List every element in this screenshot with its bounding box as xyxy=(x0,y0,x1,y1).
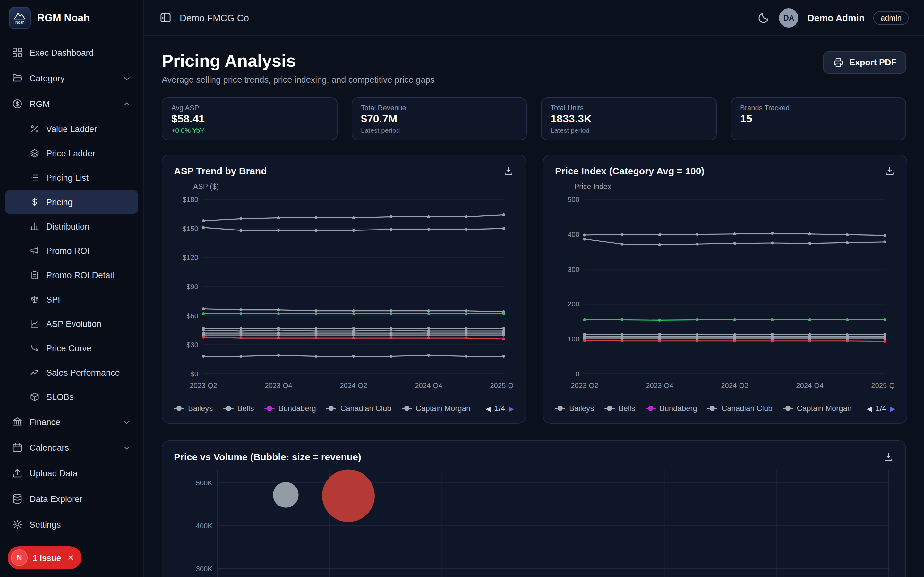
stat-sub: +0.0% YoY xyxy=(171,126,328,134)
legend-item[interactable]: Canadian Club xyxy=(326,404,391,413)
sidebar-item-promo-roi-detail[interactable]: Promo ROI Detail xyxy=(5,263,138,287)
legend-item[interactable]: Baileys xyxy=(174,404,213,413)
sidebar-item-upload-data[interactable]: Upload Data xyxy=(5,460,138,486)
y-axis-title: ASP ($) xyxy=(193,183,514,190)
value-icon xyxy=(29,124,40,134)
legend-label: Bundaberg xyxy=(278,404,316,413)
chart-header: Price vs Volume (Bubble: size = revenue) xyxy=(174,451,894,462)
sidebar-item-category[interactable]: Category xyxy=(5,65,138,91)
legend-item[interactable]: Captain Morgan xyxy=(783,404,852,413)
sidebar-item-value-ladder[interactable]: Value Ladder xyxy=(5,117,138,141)
chart-legend: BaileysBellsBundabergCanadian ClubCaptai… xyxy=(174,404,514,413)
download-icon[interactable] xyxy=(884,165,895,176)
stat-label: Avg ASP xyxy=(171,104,328,111)
legend-item[interactable]: Bundaberg xyxy=(264,404,316,413)
svg-text:2023-Q4: 2023-Q4 xyxy=(265,382,292,390)
svg-text:300K: 300K xyxy=(196,565,213,573)
sidebar-item-label: RGM xyxy=(29,99,50,109)
stat-card-total-units: Total Units 1833.3K Latest period xyxy=(541,97,716,140)
sidebar-item-rgm[interactable]: RGM xyxy=(5,91,138,117)
sidebar-item-label: Promo ROI xyxy=(46,246,89,255)
sidebar-item-asp-evolution[interactable]: ASP Evolution xyxy=(5,311,138,336)
legend-item[interactable]: Bells xyxy=(223,404,254,413)
export-pdf-button[interactable]: Export PDF xyxy=(824,51,906,74)
legend-item[interactable]: Bells xyxy=(604,404,635,413)
sidebar-item-pricing[interactable]: Pricing xyxy=(5,190,138,214)
curve-icon xyxy=(29,343,40,353)
download-icon[interactable] xyxy=(883,451,894,462)
svg-text:2025-Q2: 2025-Q2 xyxy=(490,382,514,390)
theme-toggle-moon-icon[interactable] xyxy=(758,11,771,24)
sidebar-item-spi[interactable]: SPI xyxy=(5,287,138,311)
legend-page-indicator: 1/4 xyxy=(494,404,505,413)
legend-label: Captain Morgan xyxy=(797,404,852,413)
sidebar-item-sales-performance[interactable]: Sales Performance xyxy=(5,360,138,385)
stat-value: 15 xyxy=(740,113,897,126)
trend-up-icon xyxy=(29,367,40,378)
topbar: Demo FMCG Co DA Demo Admin admin xyxy=(144,0,924,36)
svg-text:2023-Q2: 2023-Q2 xyxy=(190,382,217,390)
issue-badge[interactable]: N 1 Issue ✕ xyxy=(8,546,81,569)
sidebar-item-label: Pricing xyxy=(46,197,73,207)
sidebar-item-promo-roi[interactable]: Promo ROI xyxy=(5,239,138,263)
page-content: Pricing Analysis Average selling price t… xyxy=(144,36,924,577)
legend-marker-icon xyxy=(264,406,274,411)
stat-card-brands-tracked: Brands Tracked 15 xyxy=(730,97,906,140)
app-title: RGM Noah xyxy=(37,12,90,24)
grid-icon xyxy=(11,47,23,58)
legend-prev-icon[interactable]: ◀ xyxy=(486,405,491,412)
svg-text:400K: 400K xyxy=(196,522,213,530)
avatar[interactable]: DA xyxy=(779,8,798,27)
sidebar-item-label: Data Explorer xyxy=(29,494,82,504)
legend-next-icon[interactable]: ▶ xyxy=(509,405,514,412)
charts-row: ASP Trend by Brand ASP ($) $0$30$60$90$1… xyxy=(162,155,906,424)
legend-item[interactable]: Baileys xyxy=(555,404,594,413)
svg-text:300: 300 xyxy=(567,266,580,274)
svg-text:500K: 500K xyxy=(196,479,213,487)
legend-label: Baileys xyxy=(569,404,594,413)
legend-items: BaileysBellsBundabergCanadian ClubCaptai… xyxy=(555,404,862,413)
close-icon[interactable]: ✕ xyxy=(67,553,74,562)
sidebar-item-label: SLOBs xyxy=(46,392,74,402)
chart-legend: BaileysBellsBundabergCanadian ClubCaptai… xyxy=(555,404,895,413)
gear-icon xyxy=(11,519,23,530)
svg-text:$0: $0 xyxy=(191,370,198,378)
sidebar-item-data-explorer[interactable]: Data Explorer xyxy=(5,486,138,512)
legend-item[interactable]: Captain Morgan xyxy=(402,404,471,413)
sidebar-item-slobs[interactable]: SLOBs xyxy=(5,385,138,409)
sidebar-item-price-curve[interactable]: Price Curve xyxy=(5,336,138,360)
legend-page-indicator: 1/4 xyxy=(876,404,886,413)
legend-next-icon[interactable]: ▶ xyxy=(890,405,895,412)
page-header: Pricing Analysis Average selling price t… xyxy=(162,51,906,85)
svg-text:2023-Q2: 2023-Q2 xyxy=(571,382,598,390)
sidebar-toggle-icon[interactable] xyxy=(159,11,172,24)
sidebar-item-distribution[interactable]: Distribution xyxy=(5,214,138,239)
svg-text:400: 400 xyxy=(567,230,580,239)
legend-item[interactable]: Bundaberg xyxy=(645,404,697,413)
stat-value: $70.7M xyxy=(361,113,517,126)
sidebar-item-settings[interactable]: Settings xyxy=(5,512,138,537)
download-icon[interactable] xyxy=(503,165,514,176)
stat-label: Total Revenue xyxy=(361,104,517,111)
layers-icon xyxy=(29,148,40,158)
legend-label: Bundaberg xyxy=(659,404,697,413)
sidebar-item-pricing-list[interactable]: Pricing List xyxy=(5,165,138,190)
list-icon xyxy=(29,172,40,183)
sidebar-item-exec-dashboard[interactable]: Exec Dashboard xyxy=(5,40,138,65)
app-logo-icon: Noah xyxy=(9,7,31,29)
legend-item[interactable]: Canadian Club xyxy=(708,404,772,413)
app-root: Noah RGM Noah Exec DashboardCategoryRGMV… xyxy=(0,0,924,577)
stat-value: 1833.3K xyxy=(551,113,707,126)
sidebar-item-label: Settings xyxy=(29,520,61,529)
chevron-down-icon xyxy=(122,443,132,452)
sidebar-item-label: Exec Dashboard xyxy=(29,48,94,57)
legend-marker-icon xyxy=(708,406,718,411)
sidebar-item-label: Calendars xyxy=(29,443,69,452)
legend-label: Baileys xyxy=(188,404,213,413)
legend-prev-icon[interactable]: ◀ xyxy=(867,405,872,412)
svg-text:2025-Q2: 2025-Q2 xyxy=(871,382,895,390)
sidebar-item-price-ladder[interactable]: Price Ladder xyxy=(5,141,138,165)
sidebar-item-finance[interactable]: Finance xyxy=(5,409,138,435)
page-title: Pricing Analysis xyxy=(162,51,435,71)
sidebar-item-calendars[interactable]: Calendars xyxy=(5,435,138,460)
